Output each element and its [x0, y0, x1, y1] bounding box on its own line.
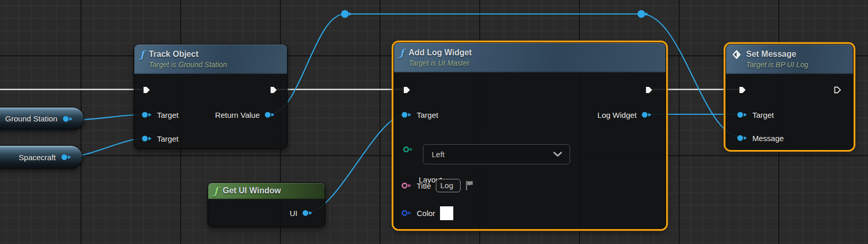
- node-title: Track Object: [149, 49, 227, 59]
- text-pin-icon: [401, 182, 412, 189]
- linear-color-pin-icon: [401, 209, 412, 217]
- node-set-message-header: Set Message Target is BP UI Log: [726, 44, 853, 74]
- reroute-node-right[interactable]: [636, 9, 649, 19]
- title-text-input[interactable]: Log: [436, 179, 461, 192]
- pin-label: Message: [752, 134, 784, 143]
- node-get-ui-window-header: ƒ Get UI Window: [208, 183, 325, 199]
- node-title: Add Log Widget: [408, 47, 472, 58]
- pin-target-1[interactable]: Target: [141, 109, 179, 120]
- pin-target-2[interactable]: Target: [141, 133, 179, 144]
- function-icon: ƒ: [140, 49, 144, 60]
- function-icon: ƒ: [400, 47, 404, 58]
- pin-target[interactable]: Target: [737, 109, 774, 120]
- object-pin-icon: [302, 209, 313, 217]
- pin-layout[interactable]: [403, 144, 414, 155]
- pin-color[interactable]: Color: [401, 207, 453, 219]
- node-set-message[interactable]: Set Message Target is BP UI Log Target M…: [725, 44, 854, 150]
- variable-label: Ground Station: [5, 114, 57, 123]
- node-get-ui-window[interactable]: ƒ Get UI Window UI: [208, 182, 325, 227]
- exec-out-pin-row[interactable]: [833, 84, 842, 96]
- message-diamond-icon: [732, 49, 741, 60]
- pin-ui[interactable]: UI: [290, 207, 313, 219]
- object-pin-icon: [737, 111, 748, 118]
- enum-pin-icon: [403, 146, 414, 153]
- variable-label: Spacecraft: [19, 153, 56, 162]
- layout-dropdown[interactable]: Left: [423, 144, 570, 164]
- variable-node-ground-station[interactable]: Ground Station: [0, 107, 84, 130]
- node-subtitle: Target is BP UI Log: [746, 60, 808, 69]
- pin-label: Target: [157, 111, 179, 119]
- exec-in-pin-icon: [143, 86, 151, 94]
- exec-out-pin-row[interactable]: [645, 84, 653, 96]
- node-track-object-header: ƒ Track Object Target is Ground Station: [134, 44, 287, 74]
- node-track-object[interactable]: ƒ Track Object Target is Ground Station …: [134, 44, 288, 149]
- object-pin-icon[interactable]: [61, 154, 72, 161]
- object-pin-icon: [641, 111, 652, 118]
- exec-out-pin-row[interactable]: [270, 84, 278, 96]
- pin-label: Title: [417, 181, 431, 190]
- pin-label: Log Widget: [597, 111, 637, 119]
- layout-dropdown-value: Left: [432, 150, 445, 159]
- localization-flag-icon[interactable]: [465, 180, 474, 191]
- object-pin-icon: [141, 135, 152, 142]
- function-icon: ƒ: [214, 185, 218, 196]
- exec-in-pin-row[interactable]: [403, 84, 411, 96]
- reroute-node-left[interactable]: [340, 9, 353, 19]
- chevron-down-icon: [553, 151, 562, 157]
- pin-label: Target: [417, 111, 438, 119]
- exec-out-pin-icon: [645, 86, 653, 94]
- pin-message[interactable]: Message: [737, 132, 784, 144]
- node-add-log-widget-header: ƒ Add Log Widget Target is UI Master: [394, 43, 666, 72]
- pin-label: Return Value: [215, 111, 260, 119]
- object-pin-icon: [264, 111, 275, 118]
- node-subtitle: Target is Ground Station: [149, 60, 227, 69]
- exec-out-pin-icon: [833, 86, 842, 94]
- color-swatch-white[interactable]: [440, 206, 453, 220]
- object-pin-icon[interactable]: [62, 115, 73, 123]
- exec-in-pin-row[interactable]: [143, 84, 151, 96]
- exec-in-pin-icon: [738, 86, 747, 94]
- node-add-log-widget[interactable]: ƒ Add Log Widget Target is UI Master Tar…: [393, 42, 666, 229]
- pin-label: UI: [290, 209, 297, 218]
- node-title: Get UI Window: [223, 185, 281, 196]
- exec-in-pin-row[interactable]: [738, 84, 747, 96]
- pin-return-value[interactable]: Return Value: [215, 109, 275, 120]
- variable-node-spacecraft[interactable]: Spacecraft: [0, 145, 83, 169]
- object-pin-icon: [401, 111, 412, 118]
- node-subtitle: Target is UI Master: [408, 58, 472, 68]
- blueprint-graph-canvas[interactable]: ƒ Track Object Target is Ground Station …: [0, 0, 868, 244]
- pin-log-widget[interactable]: Log Widget: [597, 109, 652, 120]
- exec-in-pin-icon: [403, 86, 411, 94]
- exec-out-pin-icon: [270, 86, 278, 94]
- pin-label: Color: [417, 209, 435, 218]
- node-title: Set Message: [746, 49, 808, 59]
- pin-target[interactable]: Target: [401, 109, 438, 120]
- object-pin-icon: [737, 134, 748, 142]
- object-pin-icon: [141, 111, 152, 118]
- pin-label: Target: [157, 134, 179, 143]
- pin-label: Target: [752, 111, 774, 119]
- pin-title[interactable]: Title Log: [401, 180, 474, 191]
